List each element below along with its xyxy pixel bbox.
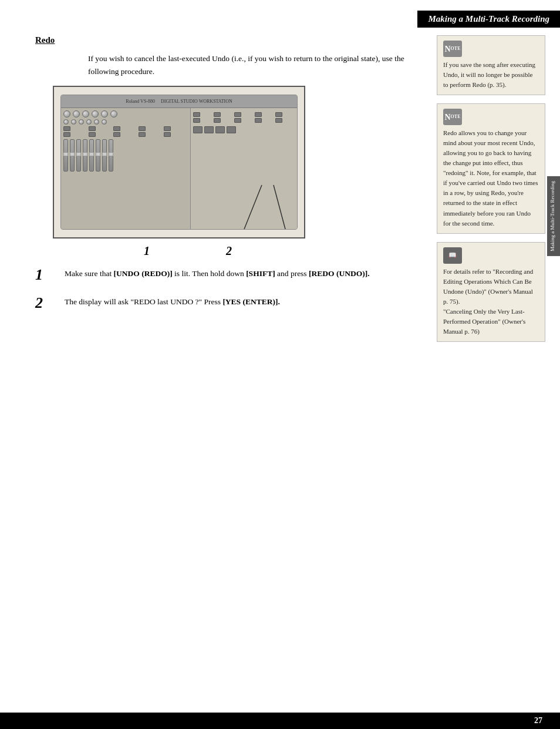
step-2-number: 2 (35, 295, 65, 311)
knob-small (71, 119, 76, 125)
fader (83, 139, 87, 172)
device-image: Roland VS-880 DIGITAL STUDIO WORKSTATION (53, 86, 305, 238)
device-btn (89, 126, 96, 131)
knob-small (102, 119, 107, 125)
transport-btn (227, 126, 236, 133)
step-number-2-display: 2 (226, 244, 232, 258)
ref-icon: 📖 (443, 247, 462, 264)
ref-header: 📖 (443, 247, 539, 264)
knob-small (63, 119, 69, 125)
knob (82, 110, 89, 117)
device-btn (275, 112, 282, 117)
device-btn (234, 112, 241, 117)
device-btn (255, 112, 262, 117)
device-right-panel (191, 108, 297, 229)
device-btn (164, 132, 171, 137)
ref-text: For details refer to "Recording and Edit… (443, 267, 539, 337)
knob (92, 110, 99, 117)
fader (70, 139, 75, 172)
knob (63, 110, 70, 117)
device-middle (61, 108, 298, 229)
fader (109, 139, 113, 172)
fader-row (63, 139, 188, 172)
step-1-bold-3: [REDO (UNDO)]. (309, 269, 370, 278)
step-2-text: The display will ask "REDO last UNDO ?" … (65, 295, 431, 308)
pointer-svg (227, 179, 297, 230)
transport-buttons (193, 126, 295, 133)
knob-small (79, 119, 84, 125)
device-btn (113, 126, 120, 131)
knob-small (94, 119, 99, 125)
fader (96, 139, 100, 172)
knob (101, 110, 108, 117)
device-btn (63, 132, 70, 137)
note-header-2: NOTE (443, 109, 539, 125)
knob (73, 110, 80, 117)
intro-text: If you wish to cancel the last-executed … (88, 52, 431, 78)
button-grid-1 (63, 126, 188, 137)
step-1-text: Make sure that [UNDO (REDO)] is lit. The… (65, 267, 431, 280)
button-grid-right (193, 112, 295, 123)
step-1-block: 1 Make sure that [UNDO (REDO)] is lit. T… (35, 267, 431, 283)
step-1-bold-1: [UNDO (REDO)] (114, 269, 173, 278)
step-2-block: 2 The display will ask "REDO last UNDO ?… (35, 295, 431, 311)
device-btn (234, 118, 241, 123)
page-header: Making a Multi-Track Recording (417, 11, 560, 28)
step-1-bold-2: [SHIFT] (246, 269, 275, 278)
chapter-tab: Making a Multi-Track Recording (547, 176, 560, 256)
step-1-number: 1 (35, 267, 65, 283)
device-btn (214, 112, 221, 117)
note-box-1: NOTE If you save the song after executin… (437, 35, 545, 95)
device-btn (113, 132, 120, 137)
page-number: 27 (534, 716, 542, 725)
knob-row-1 (63, 110, 188, 117)
knob-small (86, 119, 92, 125)
note-icon-2: NOTE (443, 109, 462, 125)
device-btn (139, 132, 146, 137)
ref-box: 📖 For details refer to "Recording and Ed… (437, 242, 545, 342)
device-btn (214, 118, 221, 123)
note-icon-1: NOTE (443, 41, 462, 57)
transport-btn (215, 126, 225, 133)
note-2-text: Redo allows you to change your mind abou… (443, 128, 539, 228)
right-sidebar: NOTE If you save the song after executin… (437, 35, 545, 350)
transport-btn (204, 126, 214, 133)
step-numbers-display: 1 2 (53, 244, 431, 258)
fader (63, 139, 68, 172)
device-btn (193, 118, 200, 123)
device-btn (63, 126, 70, 131)
svg-line-0 (244, 185, 262, 229)
section-heading: Redo (35, 35, 431, 45)
device-btn (89, 132, 96, 137)
note-1-text: If you save the song after executing Und… (443, 60, 539, 90)
fader (76, 139, 81, 172)
device-btn (164, 126, 171, 131)
device-left-panel (61, 108, 191, 229)
note-box-2: NOTE Redo allows you to change your mind… (437, 103, 545, 233)
knob-row-2 (63, 119, 188, 125)
device-inner: Roland VS-880 DIGITAL STUDIO WORKSTATION (60, 95, 298, 230)
device-top-bar: Roland VS-880 DIGITAL STUDIO WORKSTATION (61, 95, 298, 108)
transport-btn (193, 126, 203, 133)
step-2-bold-1: [YES (ENTER)]. (222, 297, 280, 306)
main-content: Redo If you wish to cancel the last-exec… (35, 35, 431, 706)
chapter-tab-label: Making a Multi-Track Recording (549, 181, 555, 251)
fader (89, 139, 94, 172)
knob (110, 110, 117, 117)
footer-bar: 27 (0, 713, 560, 729)
header-title: Making a Multi-Track Recording (428, 14, 549, 23)
device-btn (139, 126, 146, 131)
svg-line-1 (274, 185, 285, 229)
note-header-1: NOTE (443, 41, 539, 57)
device-btn (275, 118, 282, 123)
device-btn (255, 118, 262, 123)
fader (102, 139, 107, 172)
step-number-1-display: 1 (144, 244, 150, 258)
device-btn (193, 112, 200, 117)
